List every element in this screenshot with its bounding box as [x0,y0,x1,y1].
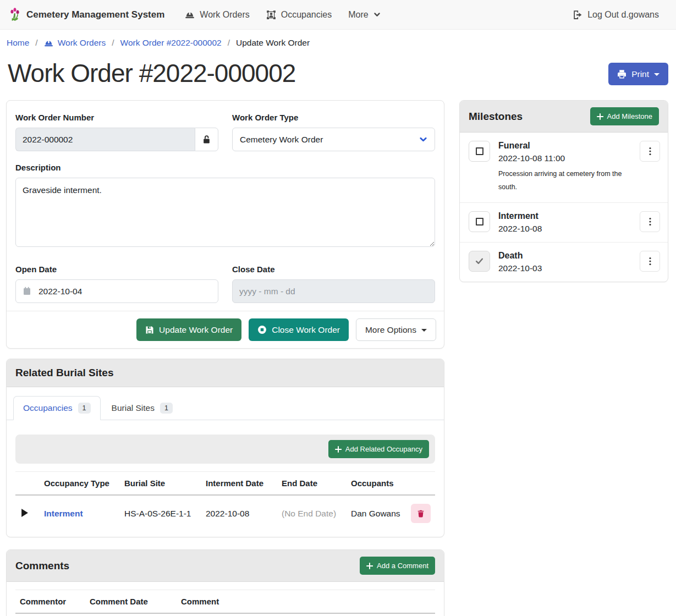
description-textarea[interactable]: Graveside interment. [15,178,435,247]
breadcrumb-separator: / [228,38,230,48]
open-date-field: Open Date [15,261,218,303]
nav-item-work-orders[interactable]: Work Orders [177,0,257,30]
work-order-type-label: Work Order Type [232,113,435,122]
milestone-checkbox-checked[interactable] [469,251,490,272]
unlock-button[interactable] [195,128,218,151]
more-options-button[interactable]: More Options [356,318,436,341]
save-icon [145,326,154,334]
occupancies-header-row: Occupancy Type Burial Site Interment Dat… [15,472,435,496]
update-work-order-label: Update Work Order [159,325,233,335]
related-tabs: Occupancies 1 Burial Sites 1 [7,387,444,420]
description-label: Description [15,163,435,172]
comments-card-header: Comments Add a Comment [7,550,444,582]
add-comment-label: Add a Comment [377,562,428,570]
milestone-checkbox[interactable] [469,141,490,162]
close-date-field: Close Date [232,261,435,303]
breadcrumb-home[interactable]: Home [7,38,29,48]
milestones-card-title: Milestones [469,111,523,123]
logout-button[interactable]: Log Out d.gowans [564,0,667,30]
work-order-type-select[interactable]: Cemetery Work Order [232,128,435,151]
hard-hat-icon [185,10,195,20]
page-title: Work Order #2022-000002 [8,58,295,88]
milestone-date: 2022-10-08 [498,224,631,234]
close-date-input [232,279,435,303]
actions-column-header [406,472,435,496]
breadcrumb-separator: / [35,38,37,48]
milestone-item-death: Death 2022-10-03 [460,243,668,282]
app-brand[interactable]: Cemetery Management System [9,7,164,22]
related-card-title: Related Burial Sites [15,367,113,379]
close-work-order-button[interactable]: Close Work Order [249,318,349,341]
commentor-header: Commentor [15,590,85,614]
milestone-menu-button[interactable] [640,251,660,272]
burial-site-cell: HS-A-0S-26E-1-1 [120,495,201,531]
milestone-name: Interment [498,211,631,221]
plus-icon [597,113,603,120]
expand-row-button[interactable] [20,508,29,518]
milestones-card-header: Milestones Add Milestone [460,101,668,133]
milestones-card: Milestones Add Milestone Funeral 2022-10… [459,100,668,282]
kebab-icon [649,217,651,226]
milestone-menu-button[interactable] [640,211,660,232]
update-work-order-button[interactable]: Update Work Order [136,318,241,341]
hard-hat-icon [44,38,53,48]
occupants-header: Occupants [347,472,406,496]
tab-burial-sites-count: 1 [160,403,173,414]
plus-icon [335,446,342,453]
tab-occupancies-count: 1 [78,403,91,414]
breadcrumb-work-order-number[interactable]: Work Order #2022-000002 [120,38,222,48]
end-date-cell: (No End Date) [277,495,347,531]
work-order-form-body: Work Order Number [7,101,444,311]
comment-cell: Family scheduled to be on site at 12:30. [177,613,361,616]
comment-date-header: Comment Date [85,590,177,614]
occupancies-toolbar: Add Related Occupancy [15,435,435,464]
milestone-item-funeral: Funeral 2022-10-08 11:00 Procession arri… [460,133,668,203]
add-milestone-button[interactable]: Add Milestone [590,107,659,125]
work-order-form-card: Work Order Number [6,100,444,349]
breadcrumb-work-orders[interactable]: Work Orders [44,38,106,48]
print-button[interactable]: Print [608,63,668,85]
occupancy-type-link[interactable]: Interment [44,509,83,518]
expand-column-header [15,472,40,496]
description-field: Description Graveside interment. [15,163,435,249]
calendar-icon [23,287,31,295]
nav-work-orders-label: Work Orders [200,10,249,20]
breadcrumb-separator: / [112,38,114,48]
work-order-type-field: Work Order Type Cemetery Work Order [232,109,435,151]
related-card-header: Related Burial Sites [7,359,444,387]
tulip-logo-icon [9,7,21,22]
form-footer: Update Work Order Close Work Order More … [7,311,444,348]
milestone-name: Death [498,251,631,261]
top-navbar: Cemetery Management System Work Orders O… [0,0,676,30]
trash-icon [417,509,425,518]
close-work-order-label: Close Work Order [272,325,340,335]
nav-item-occupancies[interactable]: Occupancies [258,0,340,30]
work-order-number-field: Work Order Number [15,109,218,151]
plus-icon [366,563,373,569]
open-date-input[interactable] [15,279,218,303]
checkbox-unchecked-icon [476,218,483,226]
milestone-name: Funeral [498,141,631,151]
play-icon [21,509,28,517]
end-date-header: End Date [277,472,347,496]
work-order-number-label: Work Order Number [15,113,218,122]
occupancy-type-header: Occupancy Type [40,472,120,496]
check-icon [475,256,484,266]
caret-down-icon [654,73,659,76]
tab-burial-sites-label: Burial Sites [112,403,155,413]
add-related-occupancy-button[interactable]: Add Related Occupancy [328,440,429,458]
checkbox-unchecked-icon [476,147,483,155]
add-comment-button[interactable]: Add a Comment [360,557,435,575]
tab-burial-sites[interactable]: Burial Sites 1 [102,396,183,420]
open-date-label: Open Date [15,265,218,274]
caret-down-icon [421,329,427,332]
delete-occupancy-button[interactable] [411,504,431,523]
main-column: Work Order Number [6,100,444,616]
comments-card-title: Comments [15,560,69,572]
milestone-checkbox[interactable] [469,211,490,232]
nav-item-more[interactable]: More [340,0,388,30]
milestone-menu-button[interactable] [640,141,660,162]
breadcrumb: Home / Work Orders / Work Order #2022-00… [0,30,676,54]
breadcrumb-current: Update Work Order [236,38,310,48]
tab-occupancies[interactable]: Occupancies 1 [13,396,101,420]
